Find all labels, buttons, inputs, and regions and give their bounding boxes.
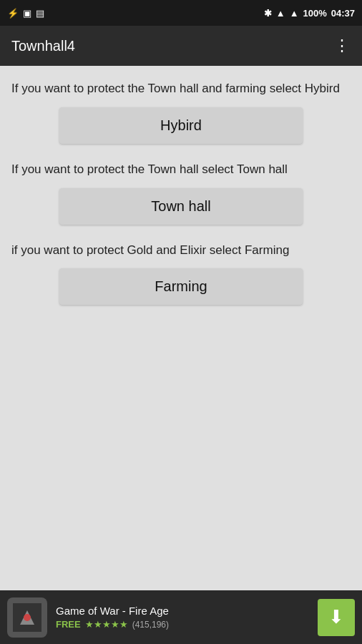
ad-free-row: FREE ★★★★★ (415,196) <box>56 619 309 630</box>
image-icon: ▣ <box>23 8 31 19</box>
usb-icon: ⚡ <box>7 8 19 19</box>
time-label: 04:37 <box>331 8 355 19</box>
status-right-area: ✱ ▲ ▲ 100% 04:37 <box>264 8 355 19</box>
battery-label: 100% <box>303 8 327 19</box>
download-icon: ⬇ <box>328 606 344 628</box>
bluetooth-icon: ✱ <box>264 8 272 19</box>
notification-icon: ▤ <box>36 8 44 19</box>
overflow-menu-button[interactable]: ⋮ <box>334 36 351 55</box>
app-bar: Townhall4 ⋮ <box>0 26 362 66</box>
signal-icon: ▲ <box>290 8 299 19</box>
status-bar: ⚡ ▣ ▤ ✱ ▲ ▲ 100% 04:37 <box>0 0 362 26</box>
ad-banner[interactable]: Game of War - Fire Age FREE ★★★★★ (415,1… <box>0 590 362 644</box>
ad-app-icon <box>7 597 47 638</box>
ad-free-label: FREE <box>56 619 81 630</box>
ad-stars: ★★★★★ <box>85 619 128 630</box>
farming-description: if you want to protect Gold and Elixir s… <box>11 242 351 259</box>
townhall-section: If you want to protect the Town hall sel… <box>11 161 351 225</box>
hybird-button[interactable]: Hybird <box>59 107 303 144</box>
ad-download-button[interactable]: ⬇ <box>318 599 355 636</box>
hybird-description: If you want to protect the Town hall and… <box>11 80 351 97</box>
ad-text-area: Game of War - Fire Age FREE ★★★★★ (415,1… <box>56 605 309 630</box>
townhall-button[interactable]: Town hall <box>59 188 303 225</box>
wifi-icon: ▲ <box>276 8 285 19</box>
ad-reviews: (415,196) <box>132 620 169 630</box>
app-title: Townhall4 <box>11 38 75 54</box>
farming-button[interactable]: Farming <box>59 268 303 305</box>
farming-section: if you want to protect Gold and Elixir s… <box>11 242 351 306</box>
townhall-description: If you want to protect the Town hall sel… <box>11 161 351 178</box>
status-left-icons: ⚡ ▣ ▤ <box>7 8 44 19</box>
svg-point-2 <box>24 614 31 621</box>
ad-title: Game of War - Fire Age <box>56 605 309 617</box>
main-content: If you want to protect the Town hall and… <box>0 66 362 590</box>
hybird-section: If you want to protect the Town hall and… <box>11 80 351 144</box>
